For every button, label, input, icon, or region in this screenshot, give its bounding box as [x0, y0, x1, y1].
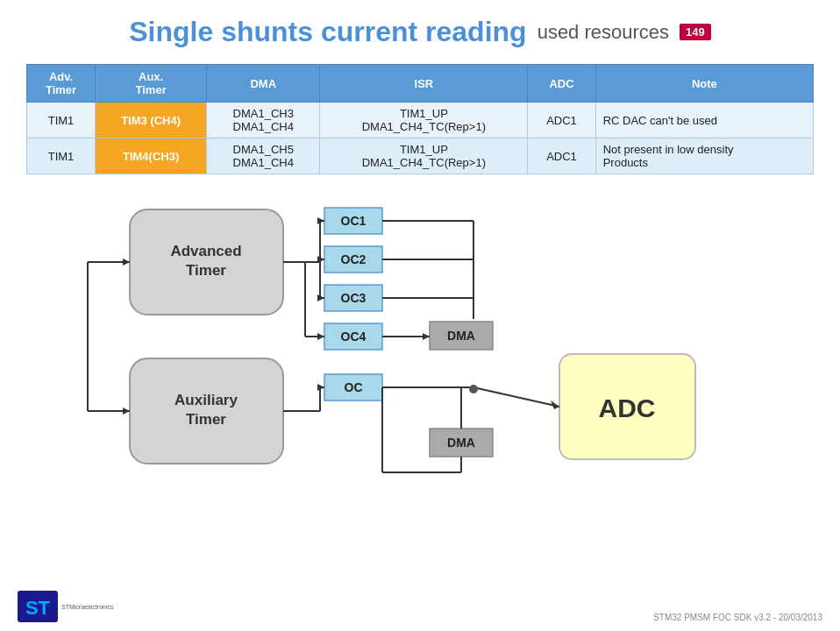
dma-bottom-label: DMA	[447, 436, 475, 450]
diagram-area: Advanced Timer Auxiliary Timer OC1 OC2 O…	[0, 183, 840, 499]
cell-dma-1: DMA1_CH3DMA1_CH4	[207, 103, 320, 138]
cell-aux-timer-1: TIM3 (CH4)	[96, 103, 207, 138]
dma-bottom-box	[430, 429, 493, 457]
svg-marker-25	[551, 401, 559, 409]
svg-marker-22	[123, 408, 130, 415]
dma-top-box	[430, 322, 493, 350]
svg-marker-12	[317, 333, 324, 340]
cell-adc-2: ADC1	[528, 138, 595, 174]
svg-marker-13	[423, 333, 430, 340]
resources-table-wrapper: Adv.Timer Aux.Timer DMA ISR ADC Note TIM…	[26, 64, 814, 174]
title-area: Single shunts current reading used resou…	[0, 0, 840, 57]
svg-marker-18	[317, 384, 324, 391]
cell-adv-timer-1: TIM1	[27, 103, 96, 138]
cell-note-2: Not present in low densityProducts	[595, 138, 813, 174]
oc4-label: OC4	[341, 330, 367, 344]
st-logo-area: ST STMicroelectronics	[18, 591, 114, 622]
svg-text:ST: ST	[25, 597, 51, 619]
svg-text:Timer: Timer	[186, 262, 226, 279]
col-adv-timer: Adv.Timer	[27, 65, 96, 103]
svg-marker-21	[123, 259, 130, 266]
oc2-box	[324, 246, 382, 273]
diagram-svg: Advanced Timer Auxiliary Timer OC1 OC2 O…	[0, 183, 840, 499]
cell-note-1: RC DAC can't be used	[595, 103, 813, 138]
title-subtitle: used resources	[537, 21, 669, 44]
col-aux-timer: Aux.Timer	[96, 65, 207, 103]
oc1-box	[324, 208, 382, 234]
advanced-timer-box	[130, 209, 283, 315]
col-isr: ISR	[320, 65, 528, 103]
cursor-dot	[469, 385, 478, 393]
advanced-timer-label: Advanced	[170, 243, 241, 259]
oc3-box	[324, 285, 382, 311]
adc-label: ADC	[599, 393, 656, 422]
cell-adv-timer-2: TIM1	[27, 138, 96, 174]
table-row: TIM1 TIM3 (CH4) DMA1_CH3DMA1_CH4 TIM1_UP…	[27, 103, 814, 138]
oc3-label: OC3	[341, 291, 367, 305]
cell-aux-timer-2: TIM4(CH3)	[96, 138, 207, 174]
auxiliary-timer-box	[130, 358, 283, 464]
cell-isr-1: TIM1_UPDMA1_CH4_TC(Rep>1)	[320, 103, 528, 138]
dma-top-label: DMA	[447, 329, 475, 343]
svg-marker-8	[317, 294, 324, 301]
svg-marker-7	[317, 256, 324, 263]
st-logo-icon: ST	[18, 591, 58, 622]
footer: ST STMicroelectronics STM32 PMSM FOC SDK…	[0, 591, 840, 622]
cell-adc-1: ADC1	[528, 103, 595, 138]
resources-table: Adv.Timer Aux.Timer DMA ISR ADC Note TIM…	[26, 64, 814, 174]
adc-box	[559, 354, 695, 459]
page-title: Single shunts current reading	[129, 16, 526, 48]
version-text: STM32 PMSM FOC SDK v3.2 - 20/03/2013	[653, 613, 822, 622]
col-note: Note	[595, 65, 813, 103]
slide-badge: 149	[680, 24, 711, 40]
cell-dma-2: DMA1_CH5DMA1_CH4	[207, 138, 320, 174]
oc-box	[324, 374, 382, 401]
cell-isr-2: TIM1_UPDMA1_CH4_TC(Rep>1)	[320, 138, 528, 174]
col-adc: ADC	[528, 65, 595, 103]
oc-label: OC	[345, 380, 363, 394]
table-row: TIM1 TIM4(CH3) DMA1_CH5DMA1_CH4 TIM1_UPD…	[27, 138, 814, 174]
oc4-box	[324, 323, 382, 350]
oc2-label: OC2	[341, 252, 367, 266]
svg-marker-6	[317, 217, 324, 224]
svg-line-24	[473, 387, 559, 407]
col-dma: DMA	[207, 65, 320, 103]
auxiliary-timer-label: Auxiliary	[174, 392, 238, 408]
oc1-label: OC1	[341, 214, 367, 228]
svg-text:Timer: Timer	[186, 411, 226, 428]
